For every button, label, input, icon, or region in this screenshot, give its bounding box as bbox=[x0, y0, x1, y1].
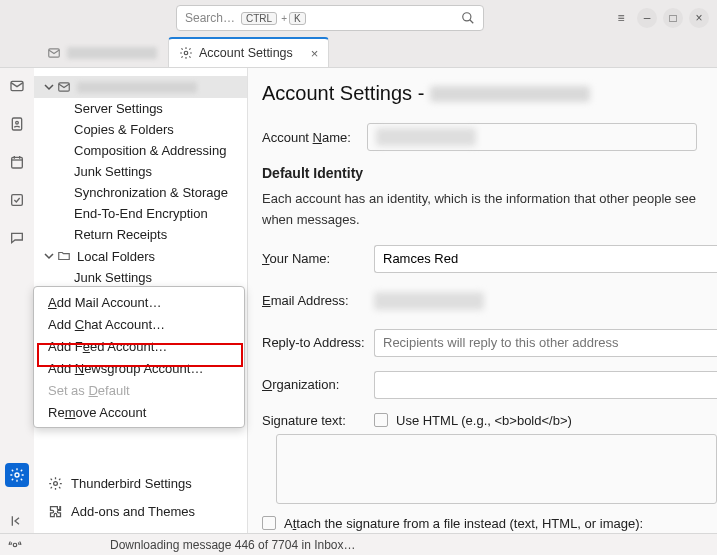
tab-inbox[interactable] bbox=[36, 37, 168, 67]
organization-label: Organization: bbox=[262, 377, 374, 392]
account-email-blurred bbox=[430, 86, 590, 102]
checkbox-icon bbox=[262, 516, 276, 530]
rail-calendar[interactable] bbox=[5, 150, 29, 174]
close-window-button[interactable]: × bbox=[689, 8, 709, 28]
mail-icon bbox=[57, 80, 71, 94]
email-value-blurred bbox=[374, 292, 484, 310]
svg-line-1 bbox=[470, 20, 474, 24]
account-name-blurred bbox=[77, 82, 197, 93]
kbd-k: K bbox=[289, 12, 306, 25]
rail-settings[interactable] bbox=[5, 463, 29, 487]
email-input[interactable] bbox=[374, 287, 717, 315]
tab-label: Account Settings bbox=[199, 46, 293, 60]
chevron-down-icon bbox=[44, 82, 54, 92]
global-search-input[interactable]: Search… CTRL + K bbox=[176, 5, 484, 31]
tree-server-settings[interactable]: Server Settings bbox=[34, 98, 247, 119]
tree-composition[interactable]: Composition & Addressing bbox=[34, 140, 247, 161]
use-html-checkbox[interactable]: Use HTML (e.g., <b>bold</b>) bbox=[374, 413, 572, 428]
tree-local-junk[interactable]: Junk Settings bbox=[34, 267, 247, 288]
search-placeholder: Search… bbox=[185, 11, 235, 25]
rail-chat[interactable] bbox=[5, 226, 29, 250]
svg-rect-7 bbox=[12, 157, 23, 168]
account-name-value-blurred bbox=[376, 128, 476, 146]
thunderbird-settings-link[interactable]: Thunderbird Settings bbox=[34, 469, 247, 497]
menu-set-as-default: Set as Default bbox=[34, 379, 244, 401]
close-tab-icon[interactable]: × bbox=[311, 46, 319, 61]
rail-collapse[interactable] bbox=[5, 509, 29, 533]
reply-to-label: Reply-to Address: bbox=[262, 335, 374, 350]
svg-point-15 bbox=[54, 481, 58, 485]
your-name-input[interactable] bbox=[374, 245, 717, 273]
kbd-plus: + bbox=[281, 13, 287, 24]
svg-point-6 bbox=[16, 121, 19, 124]
gear-icon bbox=[179, 46, 193, 60]
gear-icon bbox=[48, 476, 63, 491]
maximize-button[interactable]: □ bbox=[663, 8, 683, 28]
status-text: Downloading message 446 of 7704 in Inbox… bbox=[110, 538, 356, 552]
checkbox-icon bbox=[374, 413, 388, 427]
page-title: Account Settings - bbox=[262, 82, 717, 105]
svg-point-16 bbox=[13, 543, 17, 547]
tree-account-root[interactable] bbox=[34, 76, 247, 98]
menu-remove-account[interactable]: Remove Account bbox=[34, 401, 244, 423]
addons-themes-link[interactable]: Add-ons and Themes bbox=[34, 497, 247, 525]
signature-text-label: Signature text: bbox=[262, 413, 374, 428]
account-name-input[interactable] bbox=[367, 123, 697, 151]
email-label: Email Address: bbox=[262, 293, 374, 308]
puzzle-icon bbox=[48, 504, 63, 519]
tree-return-receipts[interactable]: Return Receipts bbox=[34, 224, 247, 245]
attach-signature-checkbox[interactable]: Attach the signature from a file instead… bbox=[262, 516, 717, 531]
tree-local-folders[interactable]: Local Folders bbox=[34, 245, 247, 267]
menu-add-feed-account[interactable]: Add Feed Account… bbox=[34, 335, 244, 357]
default-identity-heading: Default Identity bbox=[262, 165, 717, 181]
tree-copies-folders[interactable]: Copies & Folders bbox=[34, 119, 247, 140]
tree-e2e[interactable]: End-To-End Encryption bbox=[34, 203, 247, 224]
tree-junk[interactable]: Junk Settings bbox=[34, 161, 247, 182]
rail-mail[interactable] bbox=[5, 74, 29, 98]
rail-address-book[interactable] bbox=[5, 112, 29, 136]
account-name-label: Account Name: bbox=[262, 130, 367, 145]
menu-add-newsgroup-account[interactable]: Add Newsgroup Account… bbox=[34, 357, 244, 379]
svg-point-3 bbox=[184, 51, 188, 55]
offline-icon[interactable] bbox=[8, 538, 22, 552]
signature-textarea[interactable] bbox=[276, 434, 717, 504]
search-icon bbox=[461, 11, 475, 25]
menu-add-mail-account[interactable]: Add Mail Account… bbox=[34, 291, 244, 313]
account-actions-popup: Add Mail Account… Add Chat Account… Add … bbox=[33, 286, 245, 428]
svg-point-0 bbox=[463, 13, 471, 21]
chevron-down-icon bbox=[44, 251, 54, 261]
mail-icon bbox=[47, 46, 61, 60]
your-name-label: Your Name: bbox=[262, 251, 374, 266]
rail-tasks[interactable] bbox=[5, 188, 29, 212]
organization-input[interactable] bbox=[374, 371, 717, 399]
identity-description: Each account has an identity, which is t… bbox=[262, 189, 717, 231]
kbd-ctrl: CTRL bbox=[241, 12, 277, 25]
tab-account-settings[interactable]: Account Settings × bbox=[168, 37, 329, 67]
reply-to-input[interactable] bbox=[374, 329, 717, 357]
tree-sync[interactable]: Synchronization & Storage bbox=[34, 182, 247, 203]
svg-rect-11 bbox=[12, 195, 23, 206]
tab-label-blurred bbox=[67, 47, 157, 59]
minimize-button[interactable]: – bbox=[637, 8, 657, 28]
app-menu-button[interactable]: ≡ bbox=[611, 8, 631, 28]
folder-icon bbox=[57, 249, 71, 263]
menu-add-chat-account[interactable]: Add Chat Account… bbox=[34, 313, 244, 335]
svg-point-12 bbox=[15, 473, 19, 477]
